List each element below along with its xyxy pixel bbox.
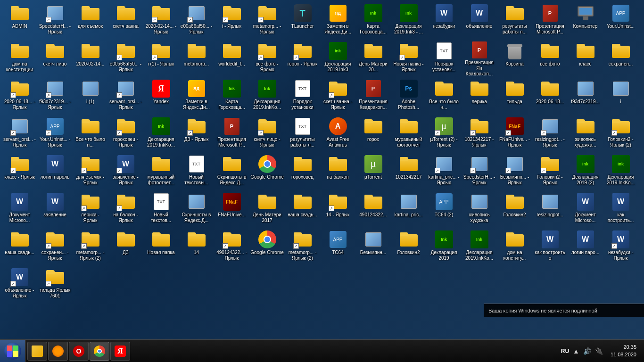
desktop-icon-adobe-ps[interactable]: PsAdobe Photosh... (391, 77, 426, 115)
taskbar-firefox[interactable] (48, 342, 68, 361)
desktop-icon-zametki1[interactable]: ЯДЗаметки в Яндекс.Ди... (320, 2, 355, 40)
desktop-icon-gorohovets-2[interactable]: гороховец (285, 153, 320, 190)
desktop-icon-deklaratsiya2[interactable]: InkДекларация 2019.Ink3 (320, 40, 355, 77)
desktop-icon-deklaratsiya6[interactable]: InkДекларация 2019.InkKo... (603, 153, 638, 190)
desktop-icon-utorrent2-1[interactable]: µ↗µTorrent (2) - Ярлык (426, 115, 462, 153)
desktop-icon-vse-foto2[interactable]: все фото (532, 40, 568, 77)
desktop-icon-tilda2[interactable]: ↗тильда Ярлык 7601 (37, 266, 73, 304)
desktop-icon-f93d7c2319-2[interactable]: f93d7c2319... (568, 77, 603, 115)
desktop-icon-na-balkon1[interactable]: на балкон (320, 153, 355, 190)
desktop-icon-golovkin2-4[interactable]: Головкин2 (391, 228, 426, 266)
desktop-icon-novaya-papka1[interactable]: ↗Новая папка - Ярлык (391, 40, 426, 77)
desktop-icon-golovkin2-3[interactable]: Головкин2 (497, 190, 532, 228)
desktop-icon-yandex[interactable]: ЯYandex (143, 77, 179, 115)
desktop-icon-f93d7c2319-1[interactable]: ↗f93d7c2319... - Ярлык (37, 77, 73, 115)
start-button[interactable] (0, 340, 25, 362)
desktop-icon-servant-orsi-2[interactable]: ↗servant_orsi... - Ярлык (2, 115, 37, 153)
desktop-icon-vse-foto1[interactable]: ↗все фото - Ярлык (249, 40, 285, 77)
desktop-icon-golovkin2-2[interactable]: ↗Головкин2 - Ярлык (532, 153, 568, 190)
desktop-icon-dlya-s1[interactable]: для съемок (73, 2, 108, 40)
desktop-icon-den-materi2[interactable]: День Матери 2017 (249, 190, 285, 228)
desktop-icon-kak-postroit1[interactable]: Wкак построить... (603, 190, 638, 228)
taskbar-chrome[interactable] (90, 342, 109, 361)
desktop-icon-speedster2[interactable]: ↗SpeedsterH... - Ярлык (462, 153, 497, 190)
desktop-icon-deklaratsiya3[interactable]: InkДекларация 2019.InkKo... (249, 77, 285, 115)
desktop-icon-resizingpot-1[interactable]: ↗resizingpot... - Ярлык (532, 115, 568, 153)
desktop-icon-bezymyann-1[interactable]: ↗Безымянн... - Ярлык (497, 153, 532, 190)
desktop-icon-i-yarlyk1[interactable]: ↗i - Ярлык (214, 2, 249, 40)
desktop-icon-sketch-vanna2[interactable]: ↗скетч ванна - Ярлык (320, 77, 355, 115)
desktop-icon-gorohovets-1[interactable]: ↗гороховец - Ярлык (108, 115, 143, 153)
desktop-icon-tlauncher[interactable]: TTLauncher (285, 2, 320, 40)
desktop-icon-golovkin2-1[interactable]: ↗Головкин2 - Ярлык (2) (603, 115, 638, 153)
desktop-icon-rezultaty2[interactable]: TXTрезультаты работы л... (285, 115, 320, 153)
desktop-icon-novyy-tekst1[interactable]: TXTНовый текстовы... (179, 153, 214, 190)
tray-network[interactable]: ▲ (573, 347, 579, 355)
desktop-icon-e00a66af50-2[interactable]: ↗e00a66af50... - Ярлык (108, 40, 143, 77)
desktop-icon-na-balkon2[interactable]: ↗на балкон - Ярлык (108, 190, 143, 228)
desktop-icon-skrinshotyi1[interactable]: Скриншоты в Яндекс.Д... (214, 153, 249, 190)
desktop-icon-metamorph2[interactable]: metamorp... (179, 40, 214, 77)
system-clock[interactable]: 20:35 11.08.2020 (607, 344, 640, 358)
desktop-icon-fnafunive-2[interactable]: FNaFFNaFUnive... (214, 190, 249, 228)
desktop-icon-your-uninst[interactable]: APPYour.Uninst... (603, 2, 638, 40)
desktop-icon-490124322-1[interactable]: 490124322... (355, 190, 391, 228)
desktop-icon-deklaratsiya5[interactable]: InkДекларация 2019 (2) (568, 153, 603, 190)
desktop-icon-vse-chto-bylo-1[interactable]: Все что было н... (426, 77, 462, 115)
desktop-icon-2020-02-14-2[interactable]: 2020-02-14... (73, 40, 108, 77)
desktop-icon-admin[interactable]: ADMIN (2, 2, 37, 40)
desktop-icon-490124322-2[interactable]: ↗490124322... - Ярлык (214, 228, 249, 266)
desktop-icon-prezentatsiya4[interactable]: PПрезентация Microsoft P... (214, 115, 249, 153)
desktop-icon-novaya-papka2[interactable]: Новая папка (143, 228, 179, 266)
desktop-icon-zametki2[interactable]: ЯДЗаметки в Яндекс.Ди... (179, 77, 214, 115)
desktop-icon-goroh2[interactable]: горох (355, 115, 391, 153)
desktop-icon-prezentatsiya3[interactable]: PПрезентация Квадракоп... (355, 77, 391, 115)
desktop-icon-sketch-vanna1[interactable]: скетч ванна (108, 2, 143, 40)
desktop-icon-2020-06-18-2[interactable]: 2020-06-18... (532, 77, 568, 115)
desktop-icon-vse-chto-bylo-2[interactable]: Все что было н... (73, 115, 108, 153)
desktop-icon-metamorph1[interactable]: ↗metamorp... - Ярлык (249, 2, 285, 40)
desktop-icon-poryadok1[interactable]: TXTПорядок установк... (426, 40, 462, 77)
desktop-icon-deklaratsiya1[interactable]: InkДекларация 2019.Ink3 - ... (391, 2, 426, 40)
desktop-icon-your-uninst2[interactable]: APP↗Your.Uninst... - Ярлык (37, 115, 73, 153)
desktop-icon-dom-na-konst2[interactable]: дом на конститу... (497, 228, 532, 266)
desktop-icon-i-file[interactable]: i (603, 77, 638, 115)
desktop-icon-skrinshotyi2[interactable]: Скриншоты в Яндекс.Д... (179, 190, 214, 228)
desktop-icon-zhivopis1[interactable]: живопись художка... (568, 115, 603, 153)
desktop-icon-google-chrome1[interactable]: Google Chrome (249, 153, 285, 190)
taskbar-opera[interactable]: O (69, 342, 89, 361)
desktop-icon-i1-yarlyk[interactable]: ↗i (1) - Ярлык (143, 40, 179, 77)
desktop-icon-deklaratsiya8[interactable]: InkДекларация 2019.InkKo... (462, 228, 497, 266)
desktop-icon-dokument1[interactable]: WДокумент Microso... (2, 190, 37, 228)
desktop-icon-avast[interactable]: AAvast Free Antivirus (320, 115, 355, 153)
desktop-icon-login-parol[interactable]: Wлогин пароль (37, 153, 73, 190)
desktop-icon-dlya-s2[interactable]: ↗для съемок - Ярлык (73, 153, 108, 190)
desktop-icon-novyy-tekst2[interactable]: TXTНовый текстов... (143, 190, 179, 228)
desktop-icon-dz2[interactable]: ДЗ (108, 228, 143, 266)
tray-language[interactable]: RU (561, 348, 569, 354)
desktop-icon-karta1[interactable]: InkКарта Гороховца... (355, 2, 391, 40)
desktop-icon-nasha-svad-1[interactable]: наша свадь... (285, 190, 320, 228)
desktop-icon-e00a66af50-1[interactable]: ↗e00a66af50... - Ярлык (179, 2, 214, 40)
desktop-icon-nezabudki1[interactable]: Wнезабудки (426, 2, 462, 40)
desktop-icon-sohraneno[interactable]: сохранен... (603, 40, 638, 77)
desktop-icon-deklaratsiya4[interactable]: InkДекларация 2019.InkKo... (143, 115, 179, 153)
desktop-icon-kartina-pric-1[interactable]: ↗kartina_pric... - Ярлык (426, 153, 462, 190)
desktop-icon-sohraneno2[interactable]: ↗сохранен... - Ярлык (37, 228, 73, 266)
desktop-icon-dz-yarlyk[interactable]: ↗ДЗ - Ярлык (179, 115, 214, 153)
desktop-icon-dom-na-konst[interactable]: дом на конституции (2, 40, 37, 77)
desktop-icon-bezymyann-2[interactable]: Безымянн... (355, 228, 391, 266)
desktop-icon-poryadok2[interactable]: TXTПорядок установки (285, 77, 320, 115)
desktop-icon-worldedit-f[interactable]: worldedit_f... (214, 40, 249, 77)
desktop-icon-prezentatsiya1[interactable]: PПрезентация Microsoft P... (532, 2, 568, 40)
desktop-icon-i1[interactable]: i (1) (73, 77, 108, 115)
desktop-icon-fnafunive-1[interactable]: FNaF↗FNaFUnive... - Ярлык (497, 115, 532, 153)
taskbar-yandex[interactable]: Я (110, 342, 130, 361)
desktop-icon-korzina[interactable]: Корзина (497, 40, 532, 77)
desktop-icon-kartina-pric-2[interactable]: kartina_pric... (391, 190, 426, 228)
desktop-icon-login-parol2[interactable]: Wлогин паро... (568, 228, 603, 266)
desktop-icon-muraveynyy1[interactable]: муравьиный фотоотчет (391, 115, 426, 153)
desktop-icon-metamorph3[interactable]: ↗metamorp... - Ярлык (2) (73, 228, 108, 266)
desktop-icon-klass1[interactable]: класс (568, 40, 603, 77)
desktop-icon-rezultaty1[interactable]: результаты работы л... (497, 2, 532, 40)
